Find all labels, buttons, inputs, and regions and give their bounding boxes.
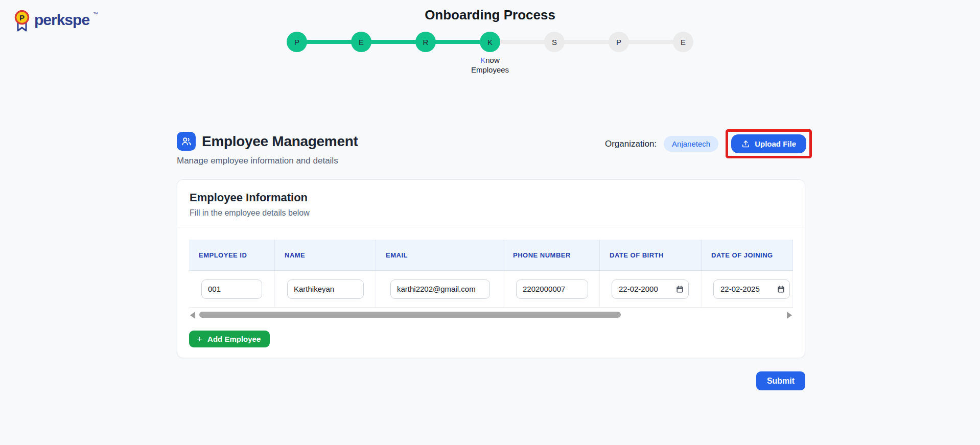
step-p2[interactable]: P [609,32,629,52]
step-connector [564,40,610,44]
header-right-group: Organization: Anjanetech Upload File [605,129,812,158]
step-letter: S [552,38,557,46]
plus-icon: + [197,335,202,343]
employee-management-header: Employee Management Manage employee info… [177,132,358,166]
step-label-line2: Employees [471,65,509,74]
onboarding-stepper: P E R K Know Employees S P E [287,32,693,52]
table-horizontal-scrollbar [189,311,793,318]
step-label-rest: now [485,56,500,64]
step-letter: K [487,38,493,46]
col-header-dob: DATE OF BIRTH [600,240,702,270]
cell-email [376,271,503,307]
onboarding-page: P perkspe ™ Onboarding Process P E R K K… [0,0,980,445]
step-s[interactable]: S [544,32,565,52]
dob-date-field [612,279,689,299]
cell-phone [503,271,600,307]
step-r[interactable]: R [415,32,436,52]
email-input[interactable] [390,279,490,299]
col-header-phone: PHONE NUMBER [503,240,600,270]
col-header-employee-id: EMPLOYEE ID [189,240,275,270]
scroll-left-arrow[interactable] [190,312,195,319]
organization-label: Organization: [605,139,657,149]
step-connector [499,40,545,44]
annotation-highlight-box: Upload File [726,129,812,158]
calendar-icon[interactable] [676,285,684,293]
employee-information-card: Employee Information Fill in the employe… [177,179,805,358]
step-label-first-letter: K [480,56,485,64]
col-header-name: NAME [275,240,376,270]
scroll-right-arrow[interactable] [787,312,792,319]
step-payroll[interactable]: P [287,32,307,52]
page-title: Onboarding Process [0,7,980,23]
calendar-icon[interactable] [777,285,785,293]
add-employee-label: Add Employee [207,335,261,343]
card-header: Employee Information Fill in the employe… [177,180,805,227]
step-connector [435,40,481,44]
phone-input[interactable] [516,279,588,299]
table-row [189,271,793,308]
active-step-label: Know Employees [454,55,526,75]
step-letter: E [681,38,686,46]
employee-id-input[interactable] [201,279,262,299]
upload-icon [741,139,750,148]
step-letter: R [423,38,429,46]
step-connector [628,40,674,44]
step-connector [370,40,416,44]
cell-dob [600,271,702,307]
step-e1[interactable]: E [351,32,371,52]
add-employee-button[interactable]: + Add Employee [189,331,270,347]
upload-file-button[interactable]: Upload File [731,134,806,153]
organization-badge: Anjanetech [664,136,718,152]
step-connector [306,40,352,44]
step-letter: E [359,38,364,46]
cell-name [275,271,376,307]
users-icon [177,132,196,151]
col-header-doj: DATE OF JOINING [702,240,793,270]
section-subtitle: Manage employee information and details [177,156,358,166]
card-title: Employee Information [190,191,792,204]
table-header-row: EMPLOYEE ID NAME EMAIL PHONE NUMBER DATE… [189,240,793,271]
upload-button-label: Upload File [755,139,796,148]
step-know-employees[interactable]: K Know Employees [480,32,500,52]
cell-employee-id [189,271,275,307]
card-subtitle: Fill in the employee details below [190,208,792,218]
step-letter: P [616,38,621,46]
col-header-email: EMAIL [376,240,503,270]
scrollbar-thumb[interactable] [199,312,621,318]
name-input[interactable] [287,279,364,299]
doj-date-field [713,279,790,299]
step-letter: P [294,38,299,46]
employee-table: EMPLOYEE ID NAME EMAIL PHONE NUMBER DATE… [189,240,793,308]
submit-button[interactable]: Submit [756,371,805,390]
cell-doj [702,271,793,307]
section-title: Employee Management [202,133,358,150]
step-e2[interactable]: E [673,32,693,52]
